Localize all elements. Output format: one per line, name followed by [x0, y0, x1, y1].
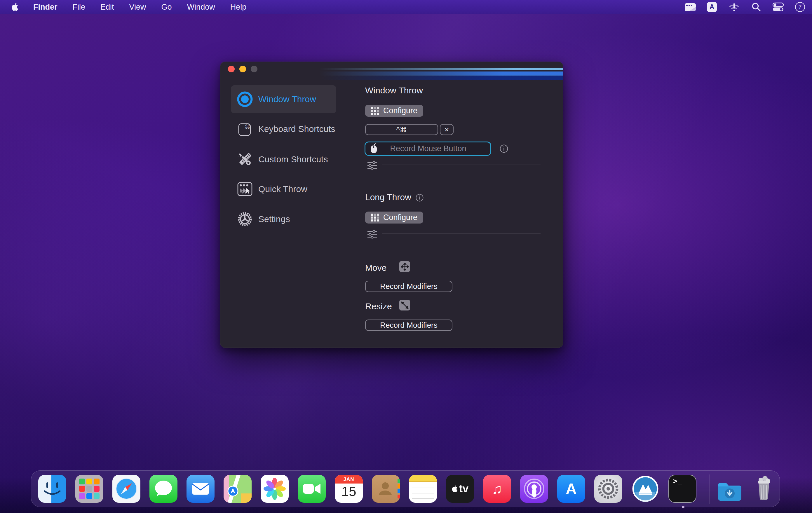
- dock-finder-icon[interactable]: [38, 475, 66, 503]
- dock-appstore-icon[interactable]: A: [557, 475, 585, 503]
- menu-item-window[interactable]: Window: [179, 0, 223, 14]
- calendar-month: JAN: [335, 477, 363, 482]
- dock-trash-icon[interactable]: [750, 475, 778, 503]
- calendar-month-band: JAN: [335, 475, 363, 484]
- mosaic-menubar-icon[interactable]: [685, 3, 696, 11]
- window-throw-configure-button[interactable]: Configure: [365, 105, 423, 117]
- mouse-info-icon[interactable]: [500, 145, 508, 153]
- sidebar-label: Settings: [258, 214, 290, 224]
- menu-item-go[interactable]: Go: [154, 0, 179, 14]
- dock-notes-icon[interactable]: [409, 475, 437, 503]
- sidebar-item-custom-shortcuts[interactable]: Custom Shortcuts: [231, 145, 336, 173]
- music-note-glyph: ♫: [492, 481, 502, 497]
- resize-record-modifiers-button[interactable]: Record Modifiers: [365, 320, 453, 331]
- sidebar-label: Custom Shortcuts: [258, 154, 328, 164]
- record-modifiers-label: Record Modifiers: [380, 321, 437, 330]
- record-modifiers-label: Record Modifiers: [380, 282, 437, 291]
- dock-podcasts-icon[interactable]: [520, 475, 548, 503]
- dock-terminal-icon[interactable]: >_: [668, 475, 696, 503]
- dock-music-icon[interactable]: ♫: [483, 475, 511, 503]
- configure-label: Configure: [383, 213, 417, 222]
- desktop: Finder File Edit View Go Window Help A: [0, 0, 812, 513]
- move-title: Move: [365, 263, 386, 273]
- control-center-icon[interactable]: [772, 2, 784, 12]
- notes-line: [412, 498, 434, 499]
- apple-logo-small: [452, 485, 457, 492]
- tools-icon: [236, 151, 254, 168]
- clear-icon: ×: [444, 125, 449, 134]
- sidebar-item-window-throw[interactable]: Window Throw: [231, 85, 336, 113]
- dock-launchpad-icon[interactable]: [75, 475, 103, 503]
- resize-icon: [399, 300, 410, 310]
- clear-shortcut-button[interactable]: ×: [440, 124, 454, 135]
- section-divider: [382, 164, 541, 165]
- window-throw-shortcut-field[interactable]: ^⌘: [365, 124, 438, 135]
- record-mouse-button-field[interactable]: Record Mouse Button: [365, 142, 491, 156]
- spotlight-search-icon[interactable]: [751, 2, 761, 12]
- notes-line: [412, 493, 434, 493]
- dock-mail-icon[interactable]: [186, 475, 214, 503]
- dock-maps-icon[interactable]: [224, 475, 252, 503]
- mosaic-preferences-window: Window Throw ⌘ Keyboard Shortcuts: [220, 62, 563, 348]
- mouse-icon: [370, 143, 378, 155]
- grid-icon: [371, 107, 380, 115]
- notes-yellow-band: [409, 475, 437, 482]
- move-icon: [399, 261, 410, 272]
- record-mouse-placeholder: Record Mouse Button: [378, 144, 490, 153]
- notes-line: [412, 488, 434, 488]
- apple-menu-icon[interactable]: [9, 3, 21, 11]
- dock-facetime-icon[interactable]: [298, 475, 326, 503]
- terminal-prompt: >_: [673, 478, 683, 486]
- close-button[interactable]: [228, 66, 235, 72]
- sidebar-item-keyboard-shortcuts[interactable]: ⌘ Keyboard Shortcuts: [231, 115, 336, 143]
- move-record-modifiers-button[interactable]: Record Modifiers: [365, 281, 453, 292]
- wifi-alert-icon[interactable]: [728, 2, 740, 12]
- long-throw-title: Long Throw: [365, 192, 411, 202]
- menu-item-help[interactable]: Help: [223, 0, 254, 14]
- calendar-day: 15: [335, 484, 363, 499]
- command-key-icon: ⌘: [236, 120, 254, 138]
- dock-separator: [709, 475, 710, 504]
- menu-item-view[interactable]: View: [122, 0, 154, 14]
- sidebar-label: Quick Throw: [258, 184, 307, 194]
- sidebar-item-quick-throw[interactable]: Quick Throw: [231, 175, 336, 203]
- long-throw-options-icon[interactable]: [367, 230, 377, 239]
- dock-mosaic-icon[interactable]: [631, 475, 659, 503]
- menu-item-finder[interactable]: Finder: [26, 0, 65, 14]
- resize-title: Resize: [365, 301, 392, 311]
- circle-7-digit: 7: [795, 2, 805, 12]
- grid-icon: [371, 213, 380, 222]
- dock-messages-icon[interactable]: [149, 475, 177, 503]
- mosaic-window-dots: [686, 5, 692, 6]
- svg-text:⌘: ⌘: [245, 123, 251, 130]
- dock-tv-icon[interactable]: tv: [446, 475, 474, 503]
- titlebar-light-streaks: [319, 64, 563, 81]
- dock: JAN 15 tv: [31, 471, 780, 507]
- dock-safari-icon[interactable]: [112, 475, 140, 503]
- window-throw-options-icon[interactable]: [367, 161, 377, 170]
- menu-item-file[interactable]: File: [65, 0, 93, 14]
- window-throw-title: Window Throw: [365, 86, 423, 95]
- menu-bar: Finder File Edit View Go Window Help A: [0, 0, 812, 14]
- dock-downloads-icon[interactable]: [716, 475, 744, 503]
- appstore-letter: A: [566, 480, 577, 497]
- shortcut-value: ^⌘: [396, 125, 407, 134]
- long-throw-configure-button[interactable]: Configure: [365, 212, 423, 223]
- configure-label: Configure: [383, 106, 417, 115]
- window-titlebar[interactable]: [220, 62, 563, 80]
- minimize-button[interactable]: [239, 66, 246, 72]
- sidebar-item-settings[interactable]: Settings: [231, 205, 336, 233]
- tv-label: tv: [459, 483, 468, 495]
- dock-calendar-icon[interactable]: JAN 15: [335, 475, 363, 503]
- circle-7-icon[interactable]: 7: [795, 2, 805, 12]
- dock-system-preferences-icon[interactable]: [594, 475, 622, 503]
- sidebar-label: Window Throw: [258, 94, 316, 104]
- menu-item-edit[interactable]: Edit: [93, 0, 122, 14]
- dock-photos-icon[interactable]: [261, 475, 289, 503]
- long-throw-info-icon[interactable]: [416, 194, 424, 202]
- sidebar-label: Keyboard Shortcuts: [258, 124, 335, 134]
- dock-contacts-icon[interactable]: [372, 475, 400, 503]
- zoom-button-disabled: [251, 66, 257, 72]
- record-circle-icon: [236, 90, 254, 108]
- input-source-icon[interactable]: A: [707, 2, 717, 12]
